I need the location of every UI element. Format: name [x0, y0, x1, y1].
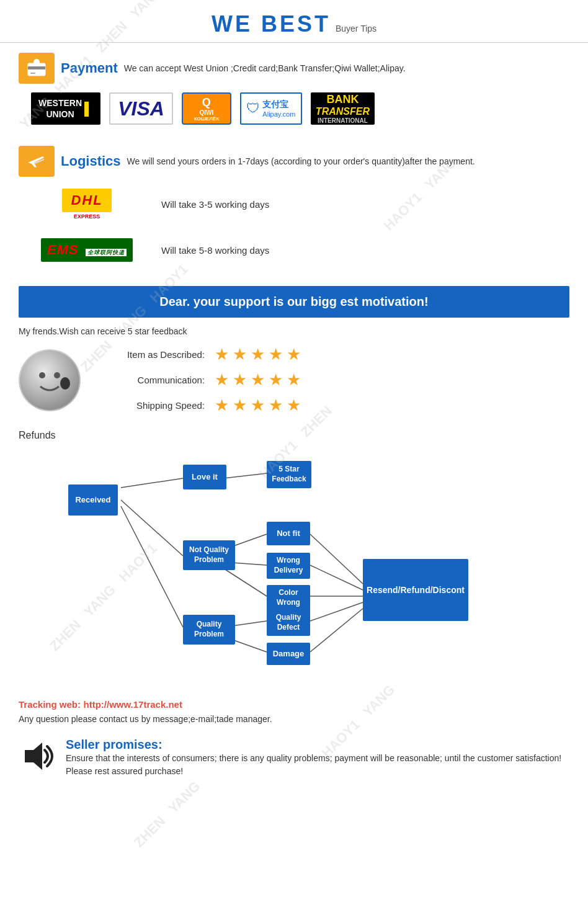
logistics-description: We will send yours orders in 1-7days (ac… [127, 156, 475, 166]
payment-description: We can accept West Union ;Credit card;Ba… [124, 63, 406, 73]
feedback-face-icon [19, 349, 81, 411]
damage-box: Damage [267, 643, 310, 665]
five-star-box: 5 Star Feedback [267, 461, 311, 488]
tracking-url[interactable]: http://www.17track.net [83, 699, 182, 710]
quality-problem-box: Quality Problem [183, 615, 235, 645]
promises-section: Seller promises: Ensure that the interes… [0, 730, 588, 793]
svg-line-18 [310, 534, 363, 584]
payment-icon [19, 53, 55, 84]
visa-text: VISA [118, 97, 164, 120]
tracking-section: Tracking web: http://www.17track.net Any… [0, 689, 588, 730]
svg-line-9 [121, 478, 183, 488]
payment-icon-svg [25, 57, 48, 79]
not-quality-box: Not Quality Problem [183, 540, 235, 570]
feedback-row-communication: Communication: ★ ★ ★ ★ ★ [105, 370, 301, 390]
ems-shipping: EMS 全球联阿快递 Will take 5-8 working days [31, 233, 569, 267]
promises-body: Ensure that the interests of consumers; … [66, 752, 569, 778]
header: WE BESTBuyer Tips [0, 0, 588, 43]
payment-label: Payment [61, 60, 118, 76]
communication-label: Communication: [105, 375, 205, 385]
svg-line-22 [310, 609, 363, 652]
color-wrong-box: Color Wrong [267, 585, 310, 611]
star-2: ★ [233, 396, 247, 415]
shipping-speed-label: Shipping Speed: [105, 400, 205, 411]
resend-box: Resend/Refund/Discont [363, 559, 468, 621]
love-it-box: Love it [183, 465, 226, 489]
svg-line-12 [223, 473, 267, 478]
refunds-diagram: Received Love it 5 Star Feedback Not Qua… [19, 453, 569, 677]
dhl-logo: DHL EXPRESS [31, 187, 143, 221]
star-3: ★ [251, 345, 265, 364]
speaker-svg [19, 738, 56, 775]
ems-logo: EMS 全球联阿快递 [31, 233, 143, 267]
dhl-shipping: DHL EXPRESS Will take 3-5 working days [31, 187, 569, 221]
logistics-label: Logistics [61, 153, 121, 169]
svg-line-19 [310, 565, 363, 590]
svg-marker-23 [25, 743, 42, 770]
speaker-icon [19, 738, 56, 781]
svg-line-15 [223, 568, 267, 596]
star-5: ★ [287, 370, 301, 390]
star-3: ★ [251, 396, 265, 415]
refunds-section: Refunds [0, 424, 588, 689]
svg-point-4 [20, 351, 79, 410]
smiley-svg [19, 349, 81, 411]
svg-line-11 [121, 506, 183, 627]
motivation-banner: Dear. your support is our bigg est motiv… [19, 286, 569, 318]
svg-point-8 [63, 380, 68, 387]
star-4: ★ [269, 370, 283, 390]
star-1: ★ [215, 345, 229, 364]
feedback-intro: My frends.Wish can receive 5 star feedba… [19, 326, 569, 336]
svg-line-21 [310, 602, 363, 621]
promises-title: Seller promises: [66, 738, 569, 752]
wrong-delivery-box: Wrong Delivery [267, 553, 310, 579]
item-described-stars: ★ ★ ★ ★ ★ [215, 345, 301, 364]
logistics-icon [19, 146, 55, 177]
star-2: ★ [233, 370, 247, 390]
svg-line-10 [121, 500, 183, 556]
refunds-title: Refunds [19, 430, 569, 441]
tracking-label: Tracking web: [19, 699, 81, 710]
bank-transfer-logo: BANK TRANSFER INTERNATIONAL [311, 92, 375, 125]
svg-point-2 [33, 59, 40, 65]
svg-point-5 [39, 372, 45, 378]
star-4: ★ [269, 345, 283, 364]
star-1: ★ [215, 396, 229, 415]
header-subtitle: Buyer Tips [336, 24, 376, 33]
ems-days: Will take 5-8 working days [161, 245, 269, 256]
logistics-section: Logistics We will send yours orders in 1… [0, 136, 588, 274]
header-title: WE BEST [212, 11, 331, 37]
star-5: ★ [287, 345, 301, 364]
western-union-logo: WESTERNUNION ▌ [31, 92, 100, 125]
star-1: ★ [215, 370, 229, 390]
item-described-label: Item as Described: [105, 349, 205, 360]
shipping-stars: ★ ★ ★ ★ ★ [215, 396, 301, 415]
payment-section: Payment We can accept West Union ;Credit… [0, 43, 588, 131]
star-4: ★ [269, 396, 283, 415]
promises-text: Seller promises: Ensure that the interes… [66, 738, 569, 778]
feedback-rows: Item as Described: ★ ★ ★ ★ ★ Communicati… [105, 345, 301, 415]
payment-logos: WESTERNUNION ▌ VISA Q QIWI КОШЕЛЁК 🛡 支付宝… [31, 92, 569, 125]
quality-defect-box: Quality Defect [267, 610, 310, 636]
svg-rect-3 [30, 73, 35, 74]
star-3: ★ [251, 370, 265, 390]
not-fit-box: Not fit [267, 522, 310, 545]
alipay-logo: 🛡 支付宝 Alipay.com [240, 92, 302, 125]
tracking-description: Any question please contact us by messag… [19, 714, 569, 724]
tracking-line: Tracking web: http://www.17track.net [19, 699, 569, 710]
svg-rect-1 [28, 66, 45, 69]
visa-logo: VISA [109, 92, 173, 125]
received-box: Received [68, 484, 118, 516]
svg-point-6 [54, 372, 60, 378]
logistics-icon-svg [25, 150, 48, 172]
star-5: ★ [287, 396, 301, 415]
feedback-row-item-described: Item as Described: ★ ★ ★ ★ ★ [105, 345, 301, 364]
qiwi-logo: Q QIWI КОШЕЛЁК [182, 92, 231, 125]
feedback-section: My frends.Wish can receive 5 star feedba… [0, 318, 588, 424]
communication-stars: ★ ★ ★ ★ ★ [215, 370, 301, 390]
dhl-days: Will take 3-5 working days [161, 199, 269, 210]
feedback-row-shipping: Shipping Speed: ★ ★ ★ ★ ★ [105, 396, 301, 415]
star-2: ★ [233, 345, 247, 364]
